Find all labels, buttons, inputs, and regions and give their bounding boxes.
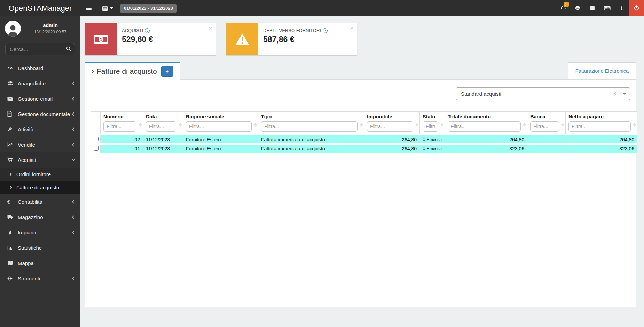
map-icon: [7, 260, 18, 265]
filter-banca-input[interactable]: [530, 121, 559, 132]
table-row[interactable]: 01 11/12/2023 Fornitore Estero Fattura i…: [91, 144, 637, 153]
clock-icon: [423, 147, 425, 151]
col-totale-documento[interactable]: Totale documento: [445, 112, 527, 135]
filter-data-input[interactable]: [146, 121, 176, 132]
sidebar-item-label: Anagrafiche: [18, 80, 46, 86]
sort-icon[interactable]: [633, 123, 636, 127]
sidebar-item-dashboard[interactable]: Dashboard: [0, 60, 80, 76]
filter-imponibile-input[interactable]: [367, 121, 413, 132]
close-icon[interactable]: ×: [209, 25, 212, 31]
stat-cards: 1 ACQUISTI ? 529,60 € × DEBITI VE: [85, 23, 636, 55]
clock-icon: [423, 138, 425, 142]
filter-ragione-sociale-input[interactable]: [186, 121, 252, 132]
euro-icon: €: [7, 199, 18, 205]
col-data[interactable]: Data: [143, 112, 183, 135]
col-stato[interactable]: Stato: [420, 112, 445, 135]
sidebar-item-strumenti[interactable]: Strumenti: [0, 271, 80, 286]
cell-totale-documento: 323,06: [445, 144, 527, 153]
sort-icon[interactable]: [179, 123, 182, 127]
sort-icon[interactable]: [416, 123, 418, 127]
sidebar-item-attivita[interactable]: Attività: [0, 122, 80, 137]
row-checkbox[interactable]: [94, 137, 99, 141]
sidebar-group-acquisti: Acquisti Ordini fornitore Fatture di acq…: [0, 152, 80, 194]
avatar: [5, 21, 21, 37]
sort-icon[interactable]: [561, 123, 564, 127]
chevron-right-icon: [9, 186, 12, 189]
sidebar-item-label: Mappa: [18, 260, 34, 266]
add-invoice-button[interactable]: +: [161, 66, 173, 77]
submenu-label: Fatture di acquisto: [16, 185, 59, 190]
sidebar-item-acquisti[interactable]: Acquisti: [0, 152, 80, 168]
sidebar-subitem-fatture-di-acquisto[interactable]: Fatture di acquisto: [0, 181, 80, 194]
sidebar-item-magazzino[interactable]: Magazzino: [0, 209, 80, 225]
invoices-table: Numero Data Ragione: [91, 111, 630, 153]
table-header-row: Numero Data Ragione: [91, 112, 637, 135]
sort-icon[interactable]: [360, 123, 363, 127]
col-netto-a-pagare[interactable]: Netto a pagare: [566, 112, 637, 135]
documentation-book-icon[interactable]: [585, 0, 600, 16]
help-question-icon[interactable]: ?: [323, 28, 328, 33]
hamburger-menu-icon[interactable]: [80, 0, 97, 16]
cell-imponibile: 264,80: [364, 144, 420, 153]
sidebar-item-vendite[interactable]: Vendite: [0, 137, 80, 152]
cell-stato: Emessa: [420, 144, 445, 153]
search-icon[interactable]: [66, 46, 71, 53]
filter-totale-documento-input[interactable]: [448, 121, 521, 132]
col-banca[interactable]: Banca: [527, 112, 566, 135]
date-range-badge[interactable]: 01/01/2023 - 31/12/2023: [120, 4, 177, 13]
bar-chart-icon: [7, 245, 18, 250]
clear-selection-icon[interactable]: ×: [609, 91, 621, 97]
sidebar-item-anagrafiche[interactable]: Anagrafiche: [0, 76, 80, 91]
filter-numero-input[interactable]: [103, 121, 136, 132]
info-icon[interactable]: i: [614, 0, 629, 16]
sort-icon[interactable]: [441, 123, 443, 127]
chart-line-icon: [7, 142, 18, 147]
keyboard-shortcuts-icon[interactable]: [600, 0, 614, 16]
close-icon[interactable]: ×: [350, 25, 354, 31]
document-icon: [7, 111, 18, 117]
sidebar-item-label: Impianti: [18, 229, 36, 235]
row-checkbox[interactable]: [94, 146, 99, 151]
sort-icon[interactable]: [139, 123, 142, 127]
col-tipo[interactable]: Tipo: [258, 112, 364, 135]
shopping-cart-icon: [7, 157, 18, 163]
acquisti-submenu: Ordini fornitore Fatture di acquisto: [0, 168, 80, 194]
plug-icon: [7, 230, 18, 235]
chevron-left-icon: [72, 112, 76, 116]
filter-tipo-input[interactable]: [261, 121, 358, 132]
view-select[interactable]: Standard acquisti ×: [456, 87, 630, 100]
col-imponibile[interactable]: Imponibile: [364, 112, 420, 135]
cell-numero: 02: [101, 135, 143, 144]
calendar-icon[interactable]: [97, 0, 119, 16]
warning-triangle-icon: [226, 23, 258, 55]
table-row[interactable]: 02 11/12/2023 Fornitore Estero Fattura i…: [91, 135, 637, 144]
col-numero[interactable]: Numero: [101, 112, 143, 135]
sidebar-item-mappa[interactable]: Mappa: [0, 255, 80, 271]
sort-icon[interactable]: [254, 123, 257, 127]
help-question-icon[interactable]: ?: [145, 28, 150, 33]
sidebar-subitem-ordini-fornitore[interactable]: Ordini fornitore: [0, 168, 80, 181]
notifications-bell-icon[interactable]: [556, 0, 571, 16]
card-value: 587,86 €: [263, 35, 328, 44]
truck-icon: [7, 215, 18, 219]
print-icon[interactable]: [571, 0, 585, 16]
sidebar-item-label: Magazzino: [18, 214, 43, 220]
sidebar-item-label: Gestione documentale: [18, 111, 70, 117]
tab-fatture-di-acquisto[interactable]: Fatture di acquisto +: [85, 62, 180, 80]
logout-power-button[interactable]: [629, 0, 644, 16]
sidebar-item-gestione-documentale[interactable]: Gestione documentale: [0, 106, 80, 122]
tab-fatturazione-elettronica[interactable]: Fatturazione Elettronica: [568, 62, 636, 79]
search-input[interactable]: [5, 43, 75, 55]
sidebar-item-contabilita[interactable]: € Contabilità: [0, 194, 80, 209]
sidebar-item-statistiche[interactable]: Statistiche: [0, 240, 80, 255]
cell-totale-documento: 264,80: [445, 135, 527, 144]
filter-stato-input[interactable]: [423, 121, 438, 132]
sidebar-item-impianti[interactable]: Impianti: [0, 225, 80, 240]
sort-icon[interactable]: [523, 123, 526, 127]
sidebar-item-gestione-email[interactable]: Gestione email: [0, 91, 80, 106]
cell-numero: 01: [101, 144, 143, 153]
cell-ragione-sociale: Fornitore Estero: [183, 135, 258, 144]
topbar: OpenSTAManager 01/01/2023 - 31/12/2023: [0, 0, 644, 16]
col-ragione-sociale[interactable]: Ragione sociale: [183, 112, 258, 135]
filter-netto-a-pagare-input[interactable]: [568, 121, 631, 132]
